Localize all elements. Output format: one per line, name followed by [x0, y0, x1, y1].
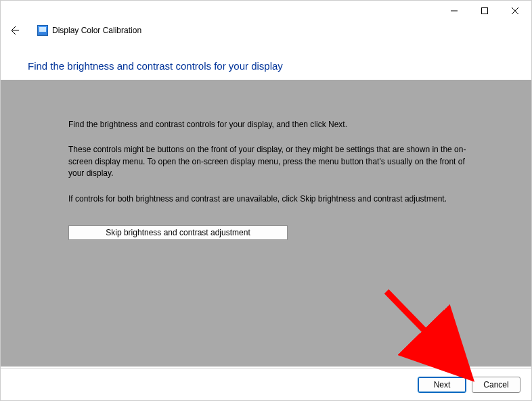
- app-icon: [37, 25, 48, 36]
- header-bar: Display Color Calibration: [1, 21, 531, 40]
- maximize-button[interactable]: [469, 1, 500, 20]
- close-button[interactable]: [500, 1, 530, 20]
- instruction-paragraph-2: These controls might be buttons on the f…: [68, 144, 470, 179]
- footer-bar: Next Cancel: [1, 368, 531, 400]
- next-button[interactable]: Next: [418, 377, 466, 393]
- back-arrow-icon[interactable]: [7, 24, 21, 37]
- svg-rect-1: [481, 8, 487, 14]
- minimize-button[interactable]: [439, 1, 469, 20]
- app-title: Display Color Calibration: [52, 26, 141, 35]
- heading-row: Find the brightness and contrast control…: [1, 40, 531, 80]
- instruction-paragraph-1: Find the brightness and contrast control…: [68, 119, 470, 131]
- content-area: Find the brightness and contrast control…: [1, 80, 531, 367]
- title-bar: [1, 1, 531, 21]
- skip-button[interactable]: Skip brightness and contrast adjustment: [68, 225, 288, 240]
- cancel-button[interactable]: Cancel: [472, 377, 520, 393]
- instruction-paragraph-3: If controls for both brightness and cont…: [68, 193, 470, 205]
- page-heading: Find the brightness and contrast control…: [28, 60, 531, 72]
